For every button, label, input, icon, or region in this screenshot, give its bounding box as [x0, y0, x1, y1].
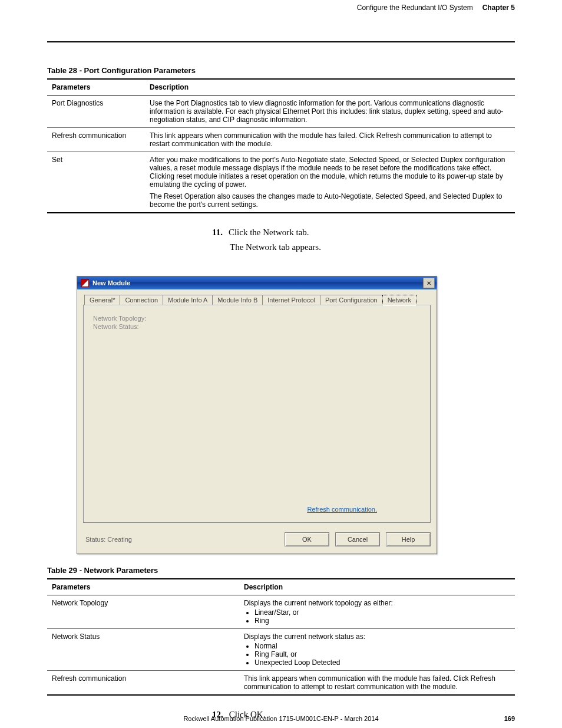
cell-param: Network Topology [47, 595, 239, 629]
cell-desc: Displays the current network status as: … [239, 629, 515, 671]
cell-param: Set [47, 152, 145, 213]
header-section: Configure the Redundant I/O System [357, 4, 473, 12]
table28-caption: Table 28 - Port Configuration Parameters [47, 66, 515, 75]
header-chapter: Chapter 5 [482, 4, 515, 12]
cell-param: Refresh communication [47, 671, 239, 696]
cancel-button[interactable]: Cancel [335, 532, 380, 546]
step-11-body: The Network tab appears. [230, 242, 515, 252]
page-footer: Rockwell Automation Publication 1715-UM0… [0, 715, 562, 722]
dialog-footer: Status: Creating OK Cancel Help [77, 529, 437, 554]
step-num: 11. [212, 228, 223, 237]
cell-param: Network Status [47, 629, 239, 671]
tab-general[interactable]: General* [84, 295, 120, 305]
cell-desc: This link appears when communication wit… [145, 128, 515, 152]
table29-header-param: Parameters [47, 579, 239, 595]
cell-desc-p1: After you make modifications to the port… [150, 156, 510, 189]
table29-caption: Table 29 - Network Parameters [47, 566, 515, 575]
footer-page-number: 169 [504, 715, 515, 722]
field-network-topology-label: Network Topology: [93, 315, 421, 322]
tab-module-info-a[interactable]: Module Info A [163, 295, 213, 305]
field-network-status-label: Network Status: [93, 323, 421, 330]
table29: Parameters Description Network Topology … [47, 578, 515, 696]
cell-list: Normal Ring Fault, or Unexpected Loop De… [244, 642, 510, 667]
table29-header-desc: Description [239, 579, 515, 595]
cell-desc-pre: Displays the current network topology as… [244, 599, 393, 607]
close-button[interactable]: ✕ [423, 278, 435, 288]
tab-port-configuration[interactable]: Port Configuration [320, 295, 383, 305]
cell-desc-p2: The Reset Operation also causes the chan… [150, 192, 510, 209]
dialog-titlebar: New Module ✕ [77, 276, 437, 289]
table-row: Refresh communication This link appears … [47, 128, 515, 152]
cell-desc-pre: Displays the current network status as: [244, 633, 365, 641]
cell-desc: Use the Port Diagnostics tab to view dia… [145, 95, 515, 128]
table-row: Set After you make modifications to the … [47, 152, 515, 213]
tab-internet-protocol[interactable]: Internet Protocol [262, 295, 320, 305]
step-11: 11.Click the Network tab. [212, 228, 515, 238]
table28-header-desc: Description [145, 79, 515, 95]
cell-desc: Displays the current network topology as… [239, 595, 515, 629]
app-icon [81, 279, 89, 287]
list-item: Ring Fault, or [254, 650, 510, 658]
cell-desc: This link appears when communication wit… [239, 671, 515, 696]
tab-panel-network: Network Topology: Network Status: Refres… [83, 305, 431, 523]
tab-module-info-b[interactable]: Module Info B [212, 295, 263, 305]
tab-connection[interactable]: Connection [120, 295, 163, 305]
ok-button[interactable]: OK [285, 532, 329, 546]
table-row: Refresh communication This link appears … [47, 671, 515, 696]
list-item: Normal [254, 642, 510, 650]
list-item: Linear/Star, or [254, 608, 510, 617]
table28-header-param: Parameters [47, 79, 145, 95]
new-module-dialog: New Module ✕ General* Connection Module … [77, 276, 437, 554]
footer-publication: Rockwell Automation Publication 1715-UM0… [183, 715, 378, 722]
cell-param: Port Diagnostics [47, 95, 145, 128]
table28: Parameters Description Port Diagnostics … [47, 78, 515, 213]
close-icon: ✕ [427, 280, 431, 286]
list-item: Unexpected Loop Detected [254, 658, 510, 667]
tab-network[interactable]: Network [382, 295, 416, 305]
refresh-communication-link[interactable]: Refresh communication. [307, 506, 377, 513]
help-button[interactable]: Help [386, 532, 431, 546]
cell-list: Linear/Star, or Ring [244, 608, 510, 625]
step-text: Click the Network tab. [229, 228, 309, 237]
table-row: Network Topology Displays the current ne… [47, 595, 515, 629]
list-item: Ring [254, 617, 510, 625]
dialog-tabbar: General* Connection Module Info A Module… [77, 289, 437, 305]
table-row: Network Status Displays the current netw… [47, 629, 515, 671]
cell-param: Refresh communication [47, 128, 145, 152]
dialog-title: New Module [92, 279, 130, 286]
cell-desc: After you make modifications to the port… [145, 152, 515, 213]
table-row: Port Diagnostics Use the Port Diagnostic… [47, 95, 515, 128]
dialog-status: Status: Creating [85, 536, 132, 543]
